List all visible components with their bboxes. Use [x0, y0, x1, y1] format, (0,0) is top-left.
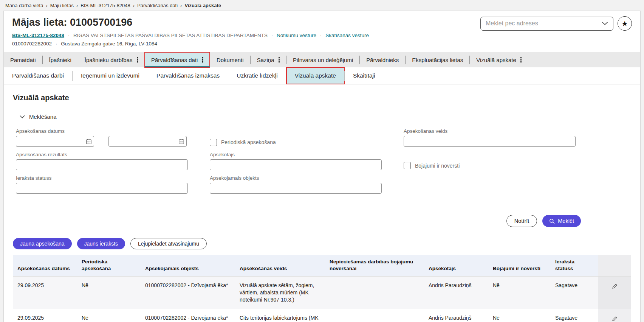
tab-label: Pārvaldīšanas dati: [151, 57, 198, 63]
cell-status: Sagatave: [551, 309, 598, 322]
sub-tab-bar: Pārvaldīšanas darbiIeņēmumi un izdevumiP…: [4, 67, 640, 84]
surveyor-input[interactable]: [210, 159, 382, 170]
field-surveyor: Apsekotājs: [210, 152, 382, 170]
row-actions-cell: [598, 277, 631, 309]
chevron-down-icon: [602, 22, 608, 25]
new-record-button[interactable]: Jauns ieraksts: [77, 238, 125, 249]
clear-button[interactable]: Notīrīt: [506, 215, 537, 227]
cell-survey-date: 29.09.2025: [13, 309, 77, 322]
subtab-ienemumi-un-izdevumi[interactable]: Ieņēmumi un izdevumi: [73, 67, 148, 84]
favorite-button[interactable]: ★: [618, 16, 632, 31]
periodic-survey-checkbox-label[interactable]: Periodiskā apsekošana: [221, 139, 276, 145]
column-header-actions: [598, 255, 631, 277]
tab-label: Pārvaldnieks: [366, 57, 399, 63]
date-to-input[interactable]: [108, 136, 187, 147]
viewing-history-link[interactable]: Skatīšanās vēsture: [325, 33, 369, 38]
table-row: 29.09.2025Nē01000702282002 - Dzīvojamā ē…: [13, 277, 631, 309]
date-from-calendar-button[interactable]: [86, 138, 92, 145]
property-address: Gustava Zemgala gatve 16, Rīga, LV-1084: [61, 41, 157, 47]
main-tab-bar: PamatdatiĪpašniekiĪpašnieku darbībasPārv…: [4, 52, 640, 67]
card-header: Mājas lieta: 01005700196 Meklēt pēc adre…: [4, 11, 640, 47]
address-search-select[interactable]: Meklēt pēc adreses: [480, 17, 613, 31]
search-form: Apsekošanas datums: [16, 128, 631, 194]
date-from-input[interactable]: [16, 136, 94, 147]
edit-row-button[interactable]: [611, 315, 619, 322]
kebab-menu-icon[interactable]: [137, 59, 138, 61]
table-row: 29.09.2025Nē01000702282002 - Dzīvojamā ē…: [13, 309, 631, 322]
events-history-link[interactable]: Notikumu vēsture: [277, 33, 316, 38]
record-status-label: Ieraksta statuss: [16, 175, 188, 181]
search-button-label: Meklēt: [558, 218, 574, 224]
tab-ipasnieku-darbibas[interactable]: Īpašnieku darbības: [78, 52, 144, 67]
case-number-link[interactable]: BIS-ML-312175-82048: [12, 33, 64, 38]
field-record-status: Ieraksta statuss: [16, 175, 188, 194]
tab-label: Vizuālā apskate: [476, 57, 516, 63]
record-status-input[interactable]: [16, 183, 188, 194]
breadcrumb-item-mana-darba-vieta[interactable]: Mana darba vieta: [5, 3, 43, 8]
tab-vizuala-apskate[interactable]: Vizuālā apskate: [470, 52, 528, 67]
subtab-uzkratie-lidzekli[interactable]: Uzkrātie līdzekļi: [228, 67, 286, 84]
cell-object: 01000702282002 - Dzīvojamā ēka*: [141, 277, 235, 309]
breadcrumb-separator: ›: [180, 3, 182, 8]
breadcrumb-item-maju-lietas[interactable]: Māju lietas: [50, 3, 74, 8]
address-info-line: 01000702282002 · Gustava Zemgala gatve 1…: [12, 41, 632, 47]
address-search-placeholder: Meklēt pēc adreses: [486, 20, 538, 27]
field-survey-result: Apsekošanas rezultāts: [16, 152, 188, 170]
survey-result-label: Apsekošanas rezultāts: [16, 152, 188, 157]
periodic-survey-checkbox[interactable]: [210, 139, 217, 146]
subtab-parvaldisanas-izmaksas[interactable]: Pārvaldīšanas izmaksas: [148, 67, 228, 84]
tab-ekspluatacijas-lietas[interactable]: Ekspluatācijas lietas: [406, 52, 469, 67]
edit-row-button[interactable]: [611, 282, 619, 291]
tab-sazina[interactable]: Saziņa: [251, 52, 286, 67]
kebab-menu-icon[interactable]: [202, 59, 203, 61]
survey-date-range: –: [16, 136, 188, 147]
subtab-vizuala-apskate[interactable]: Vizuālā apskate: [286, 67, 344, 84]
download-derivative-button[interactable]: Lejupielādēt atvasinājumu: [130, 238, 207, 249]
separator-dot: ·: [56, 41, 57, 47]
date-to-calendar-button[interactable]: [178, 138, 184, 145]
column-header-apsekosanas-veids: Apsekošanas veids: [235, 255, 325, 277]
cell-periodic: Nē: [77, 309, 141, 322]
breadcrumb-item-bis-ml-312175-82048[interactable]: BIS-ML-312175-82048: [80, 3, 130, 8]
tab-parvaldisanas-dati[interactable]: Pārvaldīšanas dati: [145, 52, 210, 67]
new-survey-button[interactable]: Jauna apsekošana: [13, 238, 72, 249]
tab-pilnvaras-un-delegejumi[interactable]: Pilnvaras un deleģējumi: [286, 52, 359, 67]
search-button[interactable]: Meklēt: [542, 215, 581, 227]
tab-label: Īpašnieki: [49, 57, 71, 63]
survey-object-label: Apsekojamais objekts: [210, 175, 382, 181]
tab-pamatdati[interactable]: Pamatdati: [4, 52, 42, 67]
breadcrumb-separator: ›: [46, 3, 47, 8]
calendar-icon: [86, 138, 92, 145]
search-panel-toggle[interactable]: Meklēšana: [20, 114, 631, 120]
search-panel-toggle-label: Meklēšana: [29, 114, 57, 120]
date-to-wrap: [108, 136, 187, 147]
breadcrumb-item-parvaldisanas-dati[interactable]: Pārvaldīšanas dati: [137, 3, 178, 8]
field-survey-date: Apsekošanas datums: [16, 128, 188, 147]
kebab-menu-icon[interactable]: [279, 59, 280, 61]
tab-label: Skaitītāji: [353, 72, 375, 79]
tab-label: Pamatdati: [10, 57, 36, 63]
tab-label: Pārvaldīšanas darbi: [12, 72, 64, 79]
case-info-line: BIS-ML-312175-82048 · RĪGAS VALSTSPILSĒT…: [12, 33, 632, 38]
cell-damages-fixed: Nē: [488, 277, 551, 309]
search-icon: [549, 218, 555, 224]
damages-fixed-checkbox[interactable]: [404, 162, 411, 169]
cell-surveyor: Andris Paraudziņš: [424, 309, 488, 322]
tab-dokumenti[interactable]: Dokumenti: [210, 52, 250, 67]
cell-type: Cits teritorijas labiekārtojums (MK note…: [235, 309, 325, 322]
subtab-parvaldisanas-darbi[interactable]: Pārvaldīšanas darbi: [4, 67, 72, 84]
date-range-separator: –: [100, 138, 103, 145]
kebab-menu-icon[interactable]: [520, 59, 522, 61]
cadastre-number: 01000702282002: [12, 41, 52, 47]
field-survey-type: Apsekošanas veids: [404, 128, 576, 147]
tab-ipasnieki[interactable]: Īpašnieki: [43, 52, 78, 67]
survey-object-input[interactable]: [210, 183, 382, 194]
section-title: Vizuālā apskate: [13, 93, 631, 102]
subtab-skaititaji[interactable]: Skaitītāji: [345, 67, 384, 84]
cell-periodic: Nē: [77, 277, 141, 309]
damages-fixed-checkbox-label[interactable]: Bojājumi ir novērsti: [415, 163, 460, 169]
page-content: Vizuālā apskate Meklēšana Apsekošanas da…: [4, 84, 640, 322]
survey-type-input[interactable]: [404, 136, 576, 147]
survey-result-input[interactable]: [16, 159, 188, 170]
tab-parvaldnieks[interactable]: Pārvaldnieks: [360, 52, 405, 67]
